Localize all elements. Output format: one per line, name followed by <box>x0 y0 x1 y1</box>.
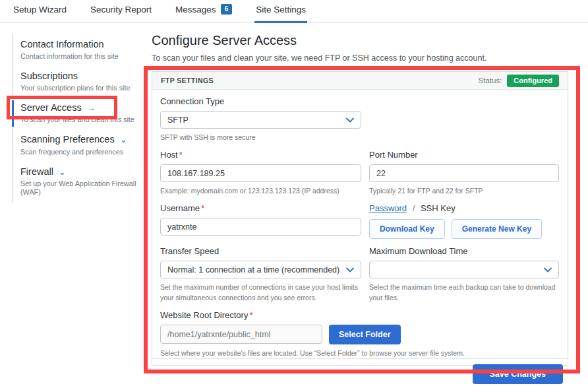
row-username-auth: Username* Password / SSH Key Download Ke… <box>160 203 559 239</box>
arrow-right-icon: → <box>87 103 96 113</box>
port-input[interactable] <box>369 164 559 182</box>
sidebar-item-subtitle: Your subscription plans for this site <box>20 84 144 92</box>
tab-label: Security Report <box>90 5 152 15</box>
required-asterisk: * <box>179 150 183 160</box>
panel-title: FTP SETTINGS <box>161 77 214 84</box>
tab-label: Messages <box>175 5 216 15</box>
panel-footer: Save Changes <box>152 358 568 388</box>
main-content-header: Configure Server Access To scan your fil… <box>152 33 568 63</box>
connection-type-label: Connection Type <box>160 96 361 106</box>
chevron-down-icon: ⌄ <box>59 167 66 177</box>
max-download-time-helper: Select the maximum time each backup can … <box>369 282 559 302</box>
page-title: Configure Server Access <box>152 33 568 48</box>
username-label: Username* <box>160 203 361 213</box>
sidebar-item-title-text: Firewall <box>20 166 53 177</box>
ftp-settings-panel: FTP SETTINGS Status: Configured Connecti… <box>152 71 568 366</box>
auth-method-toggle: Password / SSH Key <box>369 203 559 213</box>
connection-type-value: SFTP <box>167 115 189 125</box>
panel-header: FTP SETTINGS Status: Configured <box>152 72 568 90</box>
host-label: Host* <box>160 150 361 160</box>
host-helper: Example: mydomain.com or 123.123.123.123… <box>160 186 361 196</box>
connection-type-select[interactable]: SFTP <box>160 111 361 129</box>
transfer-speed-helper: Set the maximum number of connections in… <box>160 282 361 302</box>
sidebar-item-subtitle: To scan your files and clean this site <box>20 115 144 124</box>
sidebar-item-title: Server Access → <box>20 102 144 113</box>
field-max-download-time: Maximum Download Time Select the maximum… <box>369 246 559 302</box>
port-label: Port Number <box>369 150 559 160</box>
transfer-speed-value: Normal: 1 connection at a time (recommen… <box>167 265 339 275</box>
sidebar-item-subscriptions[interactable]: Subscriptions Your subscription plans fo… <box>13 66 144 98</box>
field-port: Port Number Typically 21 for FTP and 22 … <box>369 150 559 196</box>
tab-messages[interactable]: Messages 6 <box>174 0 233 23</box>
settings-sidebar: Contact Information Contact information … <box>12 34 144 202</box>
root-directory-input[interactable] <box>160 325 322 344</box>
top-tab-bar: Setup Wizard Security Report Messages 6 … <box>0 0 588 23</box>
field-root-directory: Website Root Directory* Select Folder Se… <box>160 310 559 358</box>
host-input[interactable] <box>160 164 361 182</box>
row-speed-time: Transfer Speed Normal: 1 connection at a… <box>160 246 559 302</box>
sidebar-item-scanning-preferences[interactable]: Scanning Preferences ⌄ Scan frequency an… <box>13 129 144 161</box>
ssh-key-tab-label[interactable]: SSH Key <box>421 203 456 213</box>
sidebar-item-subtitle: Set up your Web Application Firewall (WA… <box>20 179 144 197</box>
transfer-speed-select[interactable]: Normal: 1 connection at a time (recommen… <box>160 261 361 278</box>
sidebar-item-server-access[interactable]: Server Access → To scan your files and c… <box>13 98 144 129</box>
host-label-text: Host <box>160 150 178 160</box>
required-asterisk: * <box>249 310 252 320</box>
messages-count-badge: 6 <box>221 4 233 15</box>
root-directory-label: Website Root Directory* <box>160 310 559 320</box>
row-host-port: Host* Example: mydomain.com or 123.123.1… <box>160 150 559 196</box>
status-wrap: Status: Configured <box>479 75 559 87</box>
root-directory-label-text: Website Root Directory <box>160 310 248 320</box>
chevron-down-icon: ⌄ <box>120 135 127 145</box>
port-helper: Typically 21 for FTP and 22 for SFTP <box>369 186 559 196</box>
max-download-time-label: Maximum Download Time <box>369 246 559 256</box>
field-username: Username* <box>160 203 361 239</box>
ssh-key-buttons: Download Key Generate New Key <box>369 219 559 239</box>
required-asterisk: * <box>201 203 204 213</box>
auth-separator: / <box>413 203 415 213</box>
connection-type-helper: SFTP with SSH is more secure <box>160 133 361 143</box>
tab-label: Setup Wizard <box>13 5 67 15</box>
tab-security-report[interactable]: Security Report <box>89 0 153 23</box>
sidebar-item-title: Subscriptions <box>20 70 144 82</box>
sidebar-item-title-text: Scanning Preferences <box>20 134 115 145</box>
row-connection-type: Connection Type SFTP SFTP with SSH is mo… <box>160 96 559 143</box>
sidebar-item-contact-information[interactable]: Contact Information Contact information … <box>13 34 144 66</box>
sidebar-item-subtitle: Scan frequency and preferences <box>20 148 144 156</box>
sidebar-item-title: Firewall ⌄ <box>20 166 144 178</box>
generate-new-key-button[interactable]: Generate New Key <box>452 219 542 239</box>
password-tab-link[interactable]: Password <box>369 203 407 213</box>
sidebar-item-subtitle: Contact information for this site <box>20 52 144 61</box>
sidebar-item-title: Contact Information <box>20 38 144 50</box>
max-download-time-select[interactable] <box>369 261 559 278</box>
sidebar-item-firewall[interactable]: Firewall ⌄ Set up your Web Application F… <box>13 162 144 202</box>
tab-site-settings[interactable]: Site Settings <box>254 0 307 23</box>
field-host: Host* Example: mydomain.com or 123.123.1… <box>160 150 361 196</box>
panel-body: Connection Type SFTP SFTP with SSH is mo… <box>152 90 568 358</box>
field-transfer-speed: Transfer Speed Normal: 1 connection at a… <box>160 246 361 302</box>
transfer-speed-label: Transfer Speed <box>160 246 361 256</box>
chevron-down-icon <box>544 267 552 273</box>
status-badge: Configured <box>507 75 559 87</box>
select-folder-button[interactable]: Select Folder <box>329 325 401 344</box>
root-directory-row: Select Folder <box>160 325 559 344</box>
sidebar-item-title-text: Server Access <box>20 102 82 113</box>
status-label: Status: <box>479 77 502 84</box>
field-connection-type: Connection Type SFTP SFTP with SSH is mo… <box>160 96 361 143</box>
site-settings-screen: Setup Wizard Security Report Messages 6 … <box>0 0 588 388</box>
username-label-text: Username <box>160 203 200 213</box>
username-input[interactable] <box>160 218 361 236</box>
save-changes-button[interactable]: Save Changes <box>473 364 563 384</box>
root-directory-helper: Select where your website's files are lo… <box>160 348 559 358</box>
field-auth-method: Password / SSH Key Download Key Generate… <box>369 203 559 239</box>
chevron-down-icon <box>346 117 354 123</box>
download-key-button[interactable]: Download Key <box>369 219 445 239</box>
page-subtitle: To scan your files and clean your site, … <box>152 53 568 63</box>
chevron-down-icon <box>346 267 354 273</box>
tab-label: Site Settings <box>256 5 306 15</box>
sidebar-item-title: Scanning Preferences ⌄ <box>20 133 144 145</box>
tab-setup-wizard[interactable]: Setup Wizard <box>12 0 68 23</box>
